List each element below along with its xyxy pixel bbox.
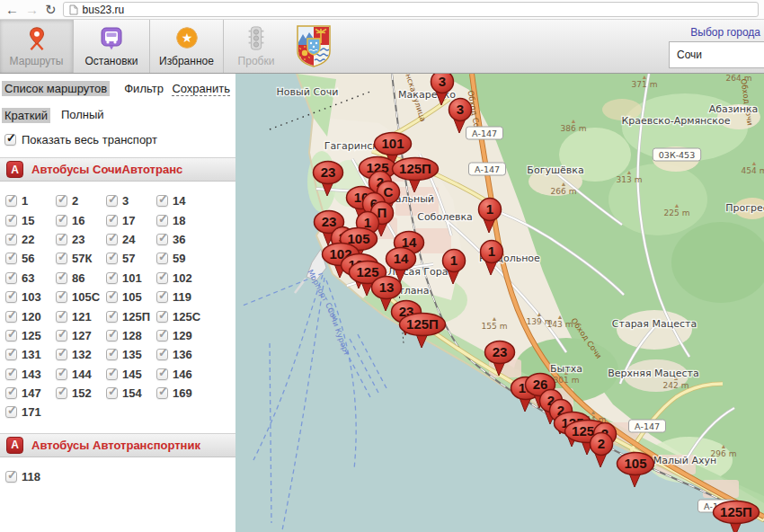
route-checkbox-132[interactable] <box>56 349 67 360</box>
route-checkbox-15[interactable] <box>5 215 17 226</box>
route-checkbox-136[interactable] <box>156 349 168 360</box>
route-label: 1 <box>22 194 28 208</box>
tab-stops[interactable]: Остановки <box>74 20 150 73</box>
route-checkbox-118[interactable] <box>5 471 17 483</box>
route-checkbox-131[interactable] <box>5 349 17 360</box>
tab-traffic[interactable]: Пробки <box>224 20 289 73</box>
route-checkbox-22[interactable] <box>5 234 17 245</box>
route-checkbox-24[interactable] <box>106 234 118 245</box>
nav-route-list[interactable]: Список маршрутов <box>2 81 110 96</box>
tab-favorites-label: Избранное <box>159 55 214 67</box>
bus-marker-3[interactable]: 3 <box>447 97 474 138</box>
show-all-transport-checkbox[interactable] <box>4 134 16 146</box>
route-checkbox-128[interactable] <box>106 330 118 341</box>
route-label: 86 <box>72 271 84 285</box>
route-checkbox-3[interactable] <box>106 195 118 207</box>
route-checkbox-125П[interactable] <box>106 311 118 323</box>
route-checkbox-23[interactable] <box>56 234 67 245</box>
sidebar-nav: Список маршрутов Фильтр Сохранить <box>0 74 235 96</box>
back-icon[interactable]: ← <box>5 3 19 16</box>
route-checkbox-147[interactable] <box>5 387 17 399</box>
route-checkbox-154[interactable] <box>106 387 118 399</box>
bus-marker-125П[interactable]: 125П <box>711 500 761 532</box>
route-item-101: 101 <box>106 269 156 288</box>
route-checkbox-152[interactable] <box>56 387 67 399</box>
route-item-131: 131 <box>5 345 56 364</box>
bus-stop-icon <box>98 24 125 53</box>
route-checkbox-63[interactable] <box>5 272 17 284</box>
route-item-102: 102 <box>156 269 207 288</box>
view-mode-brief[interactable]: Краткий <box>2 108 50 123</box>
refresh-icon[interactable]: ↻ <box>45 3 57 16</box>
route-checkbox-101[interactable] <box>106 272 118 284</box>
route-label: 105 <box>122 290 142 304</box>
svg-text:1: 1 <box>450 253 458 268</box>
route-checkbox-14[interactable] <box>156 195 168 207</box>
view-mode-full[interactable]: Полный <box>61 108 104 123</box>
route-item-86: 86 <box>56 269 106 288</box>
nav-save-link[interactable]: Сохранить <box>172 82 230 96</box>
bus-marker-23[interactable]: 23 <box>311 160 345 201</box>
route-checkbox-171[interactable] <box>5 406 17 418</box>
route-checkbox-36[interactable] <box>156 234 168 245</box>
bus-marker-14[interactable]: 14 <box>384 246 418 288</box>
route-checkbox-18[interactable] <box>156 215 168 226</box>
route-checkbox-102[interactable] <box>156 272 168 284</box>
route-checkbox-135[interactable] <box>106 349 118 360</box>
route-label: 102 <box>173 271 192 285</box>
svg-text:101: 101 <box>381 136 404 151</box>
route-checkbox-169[interactable] <box>156 387 168 399</box>
address-bar[interactable]: bus23.ru <box>63 2 759 17</box>
route-label: 136 <box>173 348 192 361</box>
route-checkbox-105[interactable] <box>106 291 118 303</box>
route-checkbox-103[interactable] <box>5 291 17 303</box>
map[interactable]: Обход СочиОбход СочиОбход СочиДонская ул… <box>235 74 764 532</box>
city-chooser-label: Выбор города <box>665 20 764 39</box>
forward-icon[interactable]: → <box>25 3 39 16</box>
route-checkbox-143[interactable] <box>5 368 17 380</box>
bus-marker-1[interactable]: 1 <box>478 239 505 280</box>
bus-marker-125П[interactable]: 125П <box>397 312 448 353</box>
route-label: 105С <box>72 290 100 304</box>
route-checkbox-105С[interactable] <box>56 291 67 303</box>
route-checkbox-56[interactable] <box>5 253 17 264</box>
route-checkbox-59[interactable] <box>156 253 168 264</box>
route-checkbox-2[interactable] <box>56 195 67 207</box>
route-checkbox-57[interactable] <box>106 253 118 264</box>
route-checkbox-125[interactable] <box>5 330 17 341</box>
svg-text:1: 1 <box>486 201 493 217</box>
route-item-59: 59 <box>156 249 207 268</box>
route-checkbox-86[interactable] <box>56 272 67 284</box>
svg-text:3: 3 <box>439 74 446 89</box>
route-checkbox-144[interactable] <box>56 368 67 380</box>
route-checkbox-119[interactable] <box>156 291 168 303</box>
nav-filter[interactable]: Фильтр <box>124 82 164 95</box>
route-checkbox-1[interactable] <box>5 195 17 207</box>
route-checkbox-145[interactable] <box>106 368 118 380</box>
tab-routes[interactable]: Маршруты <box>0 20 74 73</box>
route-checkbox-121[interactable] <box>56 311 67 323</box>
route-checkbox-16[interactable] <box>56 215 67 226</box>
city-select[interactable]: Сочи <box>669 41 764 68</box>
route-checkbox-146[interactable] <box>156 368 168 380</box>
route-item-145: 145 <box>106 365 156 384</box>
route-item-24: 24 <box>106 230 156 249</box>
tab-favorites[interactable]: ★ Избранное <box>150 20 224 73</box>
route-label: 17 <box>122 214 135 227</box>
bus-marker-1[interactable]: 1 <box>440 248 467 289</box>
bus-marker-2[interactable]: 2 <box>588 431 615 473</box>
route-checkbox-120[interactable] <box>5 311 17 323</box>
route-item-129: 129 <box>156 326 207 345</box>
route-checkbox-57К[interactable] <box>56 253 67 264</box>
route-checkbox-17[interactable] <box>106 215 118 226</box>
route-checkbox-129[interactable] <box>156 330 168 341</box>
route-checkbox-127[interactable] <box>56 330 67 341</box>
bus-marker-1[interactable]: 1 <box>476 197 503 238</box>
route-item-119: 119 <box>156 288 207 306</box>
bus-marker-105[interactable]: 105 <box>615 451 656 492</box>
svg-text:14: 14 <box>394 251 409 266</box>
svg-text:105: 105 <box>624 456 646 471</box>
route-label: 101 <box>122 271 142 285</box>
route-checkbox-125С[interactable] <box>156 311 168 323</box>
route-item-2: 2 <box>56 191 106 210</box>
